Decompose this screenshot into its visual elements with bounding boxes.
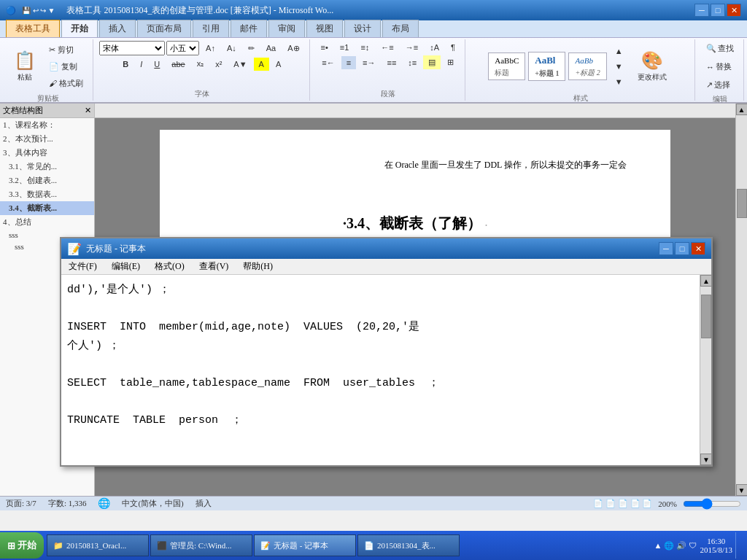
- styles-label: 样式: [573, 92, 588, 104]
- ribbon-group-paragraph: ≡• ≡1 ≡↕ ←≡ →≡ ↕A ¶ ≡← ≡ ≡→ ≡≡ ↕≡ ▤ ⊞ 段落: [311, 39, 465, 101]
- tab-mailing[interactable]: 邮件: [231, 20, 267, 37]
- sidebar-item-3-4[interactable]: 3.4、截断表...: [0, 201, 94, 215]
- ribbon-group-font: 宋体 小五 A↑ A↓ ✏ Aa A⊕ B I U abe x₂ x² A▼ A: [95, 39, 310, 101]
- close-button[interactable]: ✕: [727, 4, 741, 17]
- notepad-minimize-button[interactable]: ─: [659, 242, 673, 255]
- aa-button[interactable]: Aa: [261, 42, 281, 55]
- tab-home[interactable]: 开始: [61, 20, 98, 37]
- more-styles-button[interactable]: ▼: [610, 75, 628, 88]
- paste-button[interactable]: 📋粘贴: [7, 41, 42, 92]
- taskbar-item-notepad[interactable]: 📝 无标题 - 记事本: [254, 534, 356, 556]
- font-label: 字体: [195, 88, 209, 99]
- clear-format-button[interactable]: ✏: [243, 42, 260, 55]
- start-button[interactable]: ⊞ 开始: [0, 532, 44, 559]
- style-scroll-up-button[interactable]: ▲: [610, 44, 628, 58]
- font-shrink-button[interactable]: A↓: [222, 42, 241, 55]
- style-sample-heading[interactable]: AaBbC标题: [488, 52, 525, 80]
- sidebar-item-3-1[interactable]: 3.1、常见的...: [0, 160, 94, 174]
- change-styles-button[interactable]: 🎨更改样式: [631, 41, 673, 92]
- align-left-button[interactable]: ≡←: [317, 56, 339, 69]
- bullets-button[interactable]: ≡•: [316, 41, 333, 54]
- strikethrough-button[interactable]: abe: [166, 58, 190, 71]
- notepad-menu-help[interactable]: 帮助(H): [239, 259, 277, 274]
- font-color-button[interactable]: A▼: [228, 58, 252, 71]
- subscript-button[interactable]: x₂: [192, 57, 209, 71]
- taskbar-item-cmd[interactable]: ⬛ 管理员: C:\Wind...: [150, 534, 252, 556]
- sidebar-item-3[interactable]: 3、具体内容: [0, 146, 94, 160]
- line-spacing-button[interactable]: ↕≡: [403, 56, 422, 69]
- numbering-button[interactable]: ≡1: [335, 41, 355, 54]
- tab-insert[interactable]: 插入: [99, 20, 136, 37]
- notepad-scroll-up[interactable]: ▲: [700, 275, 712, 287]
- style-sample-heading2[interactable]: AaBb+标题 2: [568, 52, 606, 80]
- font-size-select[interactable]: 小五: [166, 41, 199, 55]
- increase-indent-button[interactable]: →≡: [400, 41, 423, 54]
- scroll-up-arrow[interactable]: ▲: [736, 104, 748, 115]
- bold-button[interactable]: B: [117, 58, 133, 71]
- shading-button[interactable]: ▤: [423, 55, 441, 69]
- taskbar-item-word[interactable]: 📄 2015081304_表...: [357, 534, 460, 556]
- align-center-button[interactable]: ≡: [341, 56, 356, 69]
- notepad-menu-view[interactable]: 查看(V): [195, 259, 233, 274]
- tab-view[interactable]: 视图: [306, 20, 343, 37]
- sidebar-item-3-3[interactable]: 3.3、数据表...: [0, 187, 94, 201]
- tab-table-tools[interactable]: 表格工具: [6, 20, 60, 37]
- style-sample-heading1[interactable]: AaBl+标题 1: [528, 52, 565, 81]
- notepad-scrollbar[interactable]: ▲ ▼: [700, 275, 711, 465]
- notepad-scroll-track[interactable]: [700, 287, 711, 454]
- tray-arrow[interactable]: ▲: [654, 541, 662, 550]
- scroll-thumb[interactable]: [737, 189, 747, 218]
- font-name-select[interactable]: 宋体: [99, 41, 165, 55]
- find-button[interactable]: 🔍 查找: [701, 41, 739, 56]
- scroll-down-arrow[interactable]: ▼: [736, 484, 748, 496]
- show-marks-button[interactable]: ¶: [446, 41, 460, 54]
- copy-button[interactable]: 📄 复制: [44, 59, 88, 74]
- notepad-menu-edit[interactable]: 编辑(E): [107, 259, 144, 274]
- sort-button[interactable]: ↕A: [425, 41, 444, 54]
- notepad-scroll-thumb[interactable]: [701, 295, 711, 338]
- cut-button[interactable]: ✂ 剪切: [44, 42, 88, 58]
- superscript-button[interactable]: x²: [210, 58, 227, 71]
- notepad-maximize-button[interactable]: □: [675, 242, 689, 255]
- underline-button[interactable]: U: [149, 58, 165, 71]
- notepad-menu-file[interactable]: 文件(F): [64, 259, 101, 274]
- sidebar-item-1[interactable]: 1、课程名称：: [0, 118, 94, 132]
- replace-button[interactable]: ↔ 替换: [701, 59, 739, 74]
- notepad-textarea[interactable]: dd'),'是个人') ； INSERT INTO member(mid,age…: [61, 275, 700, 465]
- text-effect-button[interactable]: A⊕: [282, 42, 304, 55]
- select-button[interactable]: ↗ 选择: [701, 77, 739, 93]
- word-count: 字数: 1,336: [48, 498, 87, 509]
- sidebar-item-4[interactable]: 4、总结: [0, 215, 94, 229]
- zoom-level: 200%: [658, 499, 677, 508]
- tab-references[interactable]: 引用: [193, 20, 229, 37]
- highlight-button[interactable]: A: [254, 58, 269, 71]
- style-scroll-down-button[interactable]: ▼: [610, 60, 628, 73]
- show-desktop-button[interactable]: [735, 532, 741, 559]
- char-shading-button[interactable]: A: [271, 58, 286, 71]
- zoom-slider[interactable]: [683, 498, 741, 510]
- minimize-button[interactable]: ─: [694, 4, 709, 17]
- tab-review[interactable]: 审阅: [268, 20, 305, 37]
- taskbar-item-oracle[interactable]: 📁 20150813_Oracl...: [47, 534, 149, 556]
- multilevel-button[interactable]: ≡↕: [355, 41, 374, 54]
- tab-design[interactable]: 设计: [344, 20, 381, 37]
- vertical-scrollbar[interactable]: ▲ ▼: [735, 104, 747, 496]
- scroll-track[interactable]: [736, 115, 747, 484]
- tab-page-layout[interactable]: 页面布局: [137, 20, 191, 37]
- sidebar-item-2[interactable]: 2、本次预计...: [0, 132, 94, 146]
- maximize-button[interactable]: □: [711, 4, 725, 17]
- format-painter-button[interactable]: 🖌 格式刷: [44, 76, 88, 91]
- notepad-scroll-down[interactable]: ▼: [700, 454, 712, 465]
- tab-layout[interactable]: 布局: [382, 20, 419, 37]
- align-right-button[interactable]: ≡→: [357, 56, 380, 69]
- borders-button[interactable]: ⊞: [442, 55, 459, 69]
- notepad-menu-format[interactable]: 格式(O): [150, 259, 189, 274]
- notepad-close-button[interactable]: ✕: [691, 242, 705, 255]
- sidebar-toggle[interactable]: ✕: [85, 106, 91, 115]
- decrease-indent-button[interactable]: ←≡: [376, 41, 398, 54]
- sidebar-item-3-2[interactable]: 3.2、创建表...: [0, 174, 94, 187]
- justify-button[interactable]: ≡≡: [382, 56, 401, 69]
- italic-button[interactable]: I: [135, 58, 147, 71]
- system-clock[interactable]: 16:30 2015/8/13: [700, 537, 732, 554]
- font-grow-button[interactable]: A↑: [201, 42, 220, 55]
